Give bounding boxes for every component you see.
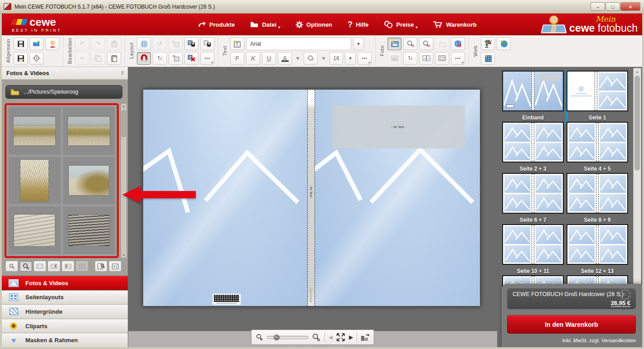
page-thumbnail-einband[interactable]: Einband bbox=[501, 71, 565, 122]
nav-masken-rahmen[interactable]: ♥ Masken & Rahmen bbox=[2, 333, 128, 347]
spine-text-placeholder[interactable]: - Ihr Text - bbox=[310, 185, 313, 199]
zoom-in-icon[interactable] bbox=[312, 333, 321, 342]
insert-page-button[interactable] bbox=[184, 38, 199, 50]
grass-portrait-photo[interactable] bbox=[20, 160, 48, 201]
duplicate-page-button[interactable] bbox=[200, 38, 214, 50]
photo-cell[interactable] bbox=[63, 107, 115, 155]
font-color-button[interactable]: A bbox=[278, 52, 292, 65]
page-thumbnail-seite-10-11[interactable]: Seite 10 + 11 bbox=[501, 224, 565, 275]
dune-grass-photo-1[interactable] bbox=[14, 117, 55, 145]
menu-warenkorb[interactable]: Warenkorb bbox=[433, 20, 476, 29]
save-as-button[interactable] bbox=[14, 52, 28, 65]
photo-list-scrollbar[interactable]: ▲ ▼ bbox=[121, 103, 127, 258]
web-globe-button[interactable] bbox=[497, 38, 511, 50]
collapse-panel-button[interactable] bbox=[109, 261, 121, 272]
image-quality-button[interactable] bbox=[387, 52, 402, 65]
scrollbar-thumb[interactable] bbox=[634, 76, 640, 171]
paste-button[interactable] bbox=[107, 52, 121, 65]
photo-cell[interactable] bbox=[63, 157, 115, 205]
photo-more-button[interactable]: ••• bbox=[451, 52, 465, 65]
thumbnails-larger-button[interactable] bbox=[19, 261, 32, 272]
thumbnails-smaller-button[interactable] bbox=[5, 261, 18, 272]
spread-photo-button[interactable] bbox=[419, 52, 433, 65]
menu-optionen[interactable]: Optionen bbox=[295, 20, 332, 29]
next-page-button[interactable]: ▶ bbox=[349, 334, 353, 340]
photo-cell[interactable] bbox=[9, 107, 61, 155]
settings-button[interactable] bbox=[29, 52, 44, 65]
photo-cell[interactable] bbox=[9, 157, 61, 205]
web-calendar-button[interactable] bbox=[481, 52, 495, 65]
assistant-button[interactable] bbox=[45, 38, 59, 50]
nav-hintergruende[interactable]: Hintergründe bbox=[2, 305, 128, 319]
layout-more-button[interactable]: ••• bbox=[200, 52, 214, 65]
zoom-slider[interactable] bbox=[267, 336, 309, 339]
text-more-button[interactable]: ••• bbox=[358, 52, 372, 65]
cover-title-textbox[interactable]: - Ihr Text - bbox=[332, 105, 465, 148]
add-to-cart-button[interactable]: In den Warenkorb bbox=[507, 315, 636, 334]
menu-hilfe[interactable]: ? Hilfe bbox=[348, 20, 368, 29]
book-search-button[interactable] bbox=[95, 261, 107, 272]
font-color-dropdown-icon[interactable]: ▾ bbox=[294, 52, 302, 65]
page-thumbnail-seite-6-7[interactable]: Seite 6 + 7 bbox=[501, 173, 565, 224]
zoom-slider-handle[interactable] bbox=[274, 335, 280, 340]
underline-button[interactable]: U bbox=[262, 52, 276, 65]
close-button[interactable]: × bbox=[620, 2, 640, 11]
menu-produkte[interactable]: Produkte bbox=[198, 20, 235, 29]
menu-datei[interactable]: Datei ▾ bbox=[250, 20, 280, 29]
editor-canvas[interactable]: - Ihr Text - cewe fotobuch - Ihr Text - … bbox=[128, 67, 497, 347]
page-thumbnail-seite-12-13[interactable]: Seite 12 + 13 bbox=[566, 224, 629, 275]
auto-enhance-button[interactable] bbox=[435, 38, 449, 50]
fill-color-dropdown-icon[interactable]: ▾ bbox=[320, 52, 328, 65]
view-mode-split-left-button[interactable] bbox=[48, 261, 60, 272]
grid-toggle-button[interactable] bbox=[137, 38, 151, 50]
nav-fotos-videos[interactable]: Fotos & Videos bbox=[2, 276, 128, 291]
view-mode-split-right-button[interactable] bbox=[62, 261, 74, 272]
send-backward-button[interactable] bbox=[169, 52, 183, 65]
delete-button[interactable] bbox=[107, 38, 121, 50]
cut-button[interactable]: ✂ bbox=[75, 52, 89, 65]
fit-to-window-button[interactable] bbox=[336, 333, 345, 342]
product-price-link[interactable]: 26,95 € bbox=[611, 300, 630, 307]
italic-button[interactable]: K bbox=[246, 52, 260, 65]
page-thumbnail-seite-8-9[interactable]: Seite 8 + 9 bbox=[566, 173, 629, 224]
rotate-left-button[interactable]: ↺ bbox=[153, 38, 167, 50]
sand-texture-photo-dark[interactable] bbox=[68, 215, 109, 246]
zoom-photo-out-button[interactable] bbox=[403, 38, 417, 50]
magnet-snap-button[interactable] bbox=[137, 52, 151, 65]
maximize-button[interactable]: □ bbox=[605, 2, 620, 11]
previous-page-button[interactable]: ◀ bbox=[329, 334, 333, 340]
font-size-dropdown-icon[interactable]: ▼ bbox=[345, 52, 356, 65]
redo-button[interactable]: ↷ bbox=[91, 38, 105, 50]
add-textbox-button[interactable]: T bbox=[230, 38, 244, 50]
globe-services-button[interactable] bbox=[451, 38, 465, 50]
page-thumbnail-seite-1[interactable]: iSeite 1 bbox=[566, 71, 629, 122]
front-cover-page[interactable]: - Ihr Text - bbox=[315, 90, 480, 306]
photo-frame-button[interactable] bbox=[435, 52, 449, 65]
fill-color-button[interactable] bbox=[304, 52, 318, 65]
scroll-up-icon[interactable]: ▲ bbox=[121, 105, 126, 108]
rotate-photo-button[interactable]: ↻ bbox=[403, 52, 417, 65]
font-family-select[interactable]: Arial bbox=[246, 38, 351, 50]
zoom-photo-in-button[interactable] bbox=[419, 38, 433, 50]
dune-grass-photo-2[interactable] bbox=[68, 117, 110, 145]
nav-cliparts[interactable]: Cliparts bbox=[2, 319, 128, 334]
scroll-up-icon[interactable]: ▲ bbox=[634, 70, 641, 74]
delete-page-button[interactable] bbox=[184, 52, 199, 65]
font-size-field[interactable]: 16 bbox=[329, 52, 343, 65]
folder-select-button[interactable]: .../Pictures/Spiekeroog bbox=[5, 85, 122, 99]
photo-cell[interactable] bbox=[63, 206, 115, 254]
font-family-dropdown-icon[interactable]: ▼ bbox=[353, 38, 364, 50]
minimize-button[interactable]: – bbox=[591, 2, 605, 11]
bold-button[interactable]: F bbox=[230, 52, 244, 65]
slideshow-button[interactable] bbox=[481, 38, 495, 50]
menu-preise[interactable]: Preise ▾ bbox=[384, 20, 417, 29]
scrollbar-thumb[interactable] bbox=[121, 110, 126, 137]
beach-dune-photo[interactable] bbox=[69, 166, 109, 195]
page-thumbnail-seite-2-3[interactable]: Seite 2 + 3 bbox=[501, 122, 565, 173]
sand-texture-photo-light[interactable] bbox=[14, 215, 55, 246]
photo-cell[interactable] bbox=[9, 206, 61, 254]
scroll-down-icon[interactable]: ▼ bbox=[121, 253, 126, 257]
panel-grip-icon[interactable]: ⁞⁞ bbox=[121, 71, 123, 76]
nav-seitenlayouts[interactable]: Seitenlayouts bbox=[2, 291, 128, 305]
view-mode-thumbs-button[interactable] bbox=[34, 261, 46, 272]
